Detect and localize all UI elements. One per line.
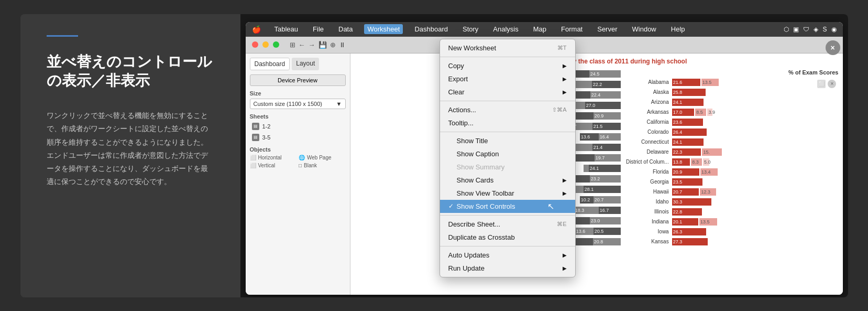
chart-filter-btn[interactable]: ⬜ xyxy=(817,80,826,88)
menu-map[interactable]: Map xyxy=(530,24,550,34)
object-horizontal[interactable]: ⬜ Horizontal xyxy=(250,155,297,160)
menu-dashboard[interactable]: Dashboard xyxy=(411,24,451,34)
menu-show-caption[interactable]: Show Caption xyxy=(440,147,575,160)
accent-line xyxy=(47,35,78,37)
show-cards-arrow: ▶ xyxy=(563,177,567,183)
show-cards-label: Show Cards xyxy=(457,176,494,184)
menu-copy[interactable]: Copy ▶ xyxy=(440,59,575,72)
menu-data[interactable]: Data xyxy=(335,24,356,34)
menu-run-update[interactable]: Run Update ▶ xyxy=(440,262,575,275)
menu-show-summary[interactable]: Show Summary xyxy=(440,160,575,174)
close-x-button[interactable]: × xyxy=(826,40,840,55)
sheet-item-1[interactable]: ▤ 1-2 xyxy=(250,122,346,131)
sheet-name-2: 3-5 xyxy=(262,134,271,141)
tab-dashboard[interactable]: Dashboard xyxy=(250,58,290,70)
object-webpage[interactable]: 🌐 Web Page xyxy=(299,155,346,160)
object-vertical[interactable]: ⬜ Vertical xyxy=(250,163,297,168)
worksheet-dropdown-menu: New Worksheet ⌘T Copy ▶ Export ▶ Clear xyxy=(440,39,576,277)
objects-grid: ⬜ Horizontal 🌐 Web Page ⬜ Vertical xyxy=(250,155,346,168)
size-control[interactable]: Custom size (1100 x 1500) ▼ xyxy=(250,99,346,109)
menu-analysis[interactable]: Analysis xyxy=(490,24,521,34)
menu-file[interactable]: File xyxy=(310,24,327,34)
icon-grid: ▣ xyxy=(793,26,799,33)
menu-section-describe: Describe Sheet... ⌘E Duplicate as Crosst… xyxy=(440,216,575,246)
menu-section-actions: Actions... ⇧⌘A Tooltip... xyxy=(440,101,575,132)
menu-new-worksheet[interactable]: New Worksheet ⌘T xyxy=(440,41,575,55)
icon-chain: ⬡ xyxy=(784,26,789,33)
menu-help[interactable]: Help xyxy=(668,24,688,34)
chart-wrapper: 2.324.5 14.822.2 23.222.4 xyxy=(355,69,839,286)
sheets-label: Sheets xyxy=(250,113,346,120)
menu-section-copy: Copy ▶ Export ▶ Clear ▶ xyxy=(440,57,575,101)
object-blank[interactable]: □ Blank xyxy=(299,163,346,168)
auto-updates-arrow: ▶ xyxy=(563,252,567,258)
menu-bar: 🍎 Tableau File Data Worksheet Dashboard … xyxy=(246,22,843,37)
menu-clear[interactable]: Clear ▶ xyxy=(440,85,575,99)
right-bar-chart: % of Exam Scores × ⬜ Alabama21.613.5Alas… xyxy=(621,69,839,286)
state-rows: Alabama21.613.5Alaska25.8Arizona24.1Arka… xyxy=(625,78,839,246)
state-row-10: Georgia23.5 xyxy=(625,177,839,187)
show-sort-label: Show Sort Controls xyxy=(457,202,515,210)
state-bar-container-7: 22.315. xyxy=(672,148,839,156)
size-dropdown-arrow: ▼ xyxy=(336,101,342,107)
menu-story[interactable]: Story xyxy=(459,24,481,34)
icon-wifi: ◈ xyxy=(814,26,818,33)
menu-server[interactable]: Server xyxy=(594,24,620,34)
menu-duplicate-crosstab[interactable]: Duplicate as Crosstab xyxy=(440,231,575,244)
menu-show-view-toolbar[interactable]: Show View Toolbar ▶ xyxy=(440,187,575,200)
apple-icon: 🍎 xyxy=(252,25,261,34)
menu-window[interactable]: Window xyxy=(629,24,660,34)
menu-section-updates: Auto Updates ▶ Run Update ▶ xyxy=(440,246,575,277)
size-section: Size Custom size (1100 x 1500) ▼ xyxy=(250,90,346,109)
actions-shortcut: ⇧⌘A xyxy=(552,106,566,113)
menu-actions[interactable]: Actions... ⇧⌘A xyxy=(440,103,575,116)
chart-close-btn[interactable]: × xyxy=(828,80,836,88)
state-name-14: Indiana xyxy=(625,219,672,224)
show-title-label: Show Title xyxy=(457,137,488,145)
sheet-item-2[interactable]: ▤ 3-5 xyxy=(250,133,346,142)
menu-tooltip[interactable]: Tooltip... xyxy=(440,116,575,130)
state-name-15: Iowa xyxy=(625,229,672,234)
state-row-6: Connecticut24.1 xyxy=(625,137,839,147)
state-name-6: Connecticut xyxy=(625,139,672,145)
describe-sheet-label: Describe Sheet... xyxy=(448,220,501,228)
icon-back[interactable]: ← xyxy=(299,41,305,49)
state-row-13: Illinois22.8 xyxy=(625,207,839,217)
webpage-label: Web Page xyxy=(307,155,332,160)
state-bar-container-9: 20.913.4 xyxy=(672,168,839,176)
state-name-5: Colorado xyxy=(625,129,672,135)
menu-show-sort-controls[interactable]: ✓ Show Sort Controls ↖ xyxy=(440,200,575,213)
icon-pause[interactable]: ⏸ xyxy=(339,41,346,49)
state-name-7: Delaware xyxy=(625,149,672,155)
icon-forward[interactable]: → xyxy=(309,41,315,49)
menu-format[interactable]: Format xyxy=(558,24,586,34)
menu-section-new: New Worksheet ⌘T xyxy=(440,39,575,57)
new-worksheet-label: New Worksheet xyxy=(448,44,497,52)
state-row-15: Iowa26.3 xyxy=(625,227,839,237)
state-bar-container-4: 23.6 xyxy=(672,119,839,126)
state-row-8: District of Colum...13.88.35.0 xyxy=(625,157,839,167)
menu-export[interactable]: Export ▶ xyxy=(440,72,575,85)
icon-save[interactable]: 💾 xyxy=(318,41,327,49)
state-name-0: Alabama xyxy=(625,79,672,85)
state-name-11: Hawaii xyxy=(625,189,672,195)
menu-show-cards[interactable]: Show Cards ▶ xyxy=(440,174,575,187)
state-row-9: Florida20.913.4 xyxy=(625,167,839,177)
icon-grid-small[interactable]: ⊞ xyxy=(290,41,295,49)
menu-tableau[interactable]: Tableau xyxy=(271,24,302,34)
state-row-0: Alabama21.613.5 xyxy=(625,78,839,87)
state-name-16: Kansas xyxy=(625,239,672,244)
close-traffic-light[interactable] xyxy=(252,41,258,48)
menu-describe-sheet[interactable]: Describe Sheet... ⌘E xyxy=(440,218,575,231)
minimize-traffic-light[interactable] xyxy=(262,41,269,48)
menu-section-show: Show Title Show Caption Show Summary Sho… xyxy=(440,132,575,216)
device-preview-button[interactable]: Device Preview xyxy=(250,74,346,86)
outer-container: 並べ替えのコントロールの表示／非表示 ワンクリックで並べ替える機能を無効にするこ… xyxy=(20,14,848,297)
tab-layout[interactable]: Layout xyxy=(292,58,319,70)
objects-label: Objects xyxy=(250,146,346,153)
menu-show-title[interactable]: Show Title xyxy=(440,134,575,147)
maximize-traffic-light[interactable] xyxy=(273,41,279,48)
menu-auto-updates[interactable]: Auto Updates ▶ xyxy=(440,249,575,262)
icon-add[interactable]: ⊕ xyxy=(330,41,336,49)
menu-worksheet[interactable]: Worksheet xyxy=(364,24,403,34)
